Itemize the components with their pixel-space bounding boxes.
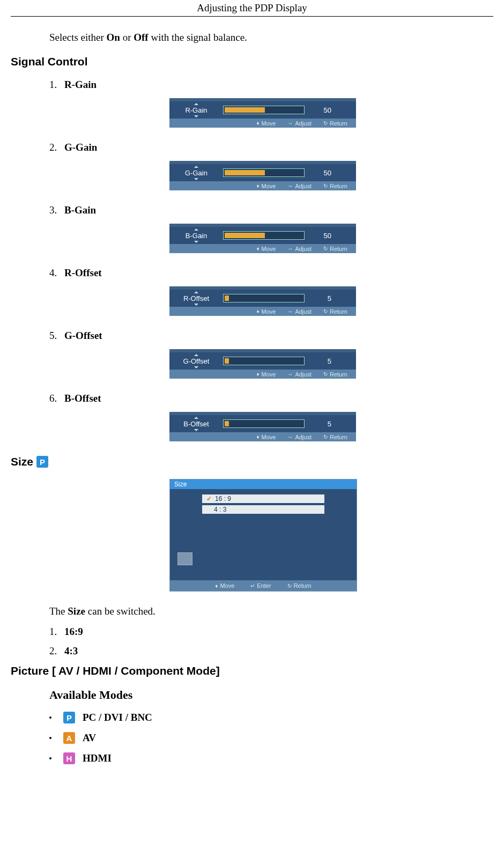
osd-footer-adjust: ↔Adjust [287, 308, 312, 315]
size-heading-text: Size [11, 455, 33, 468]
list-number: 1. [49, 626, 64, 638]
size-list-label: 4:3 [64, 645, 78, 656]
size-list-item: 1.16:9 [49, 626, 493, 638]
list-number: 2. [49, 645, 64, 657]
mode-icon: A [63, 732, 75, 744]
size-list-label: 16:9 [64, 626, 83, 637]
signal-item: 3.B-Gain [49, 204, 493, 216]
osd-slider[interactable] [223, 231, 305, 240]
signal-item-label: B-Offset [64, 393, 101, 404]
page-header: Adjusting the PDP Display [11, 0, 493, 17]
signal-item: 5.G-Offset [49, 330, 493, 342]
p-mode-icon: P [36, 456, 48, 468]
intro-sentence: Selects either On or Off with the signal… [49, 32, 493, 43]
signal-item-label: G-Gain [64, 142, 97, 153]
osd-footer-move: ♦Move [256, 246, 276, 252]
osd-slider[interactable] [223, 168, 305, 177]
intro-off: Off [134, 32, 148, 43]
mode-label: HDMI [83, 752, 112, 764]
signal-item: 1.R-Gain [49, 79, 493, 91]
intro-mid: or [120, 32, 134, 43]
size-footer-return: ↻Return [287, 582, 312, 589]
list-number: 1. [49, 79, 64, 91]
osd-label: G-Gain [169, 169, 223, 177]
osd-label: B-Offset [169, 420, 223, 428]
size-option[interactable]: 16 : 9 [202, 494, 324, 503]
osd-footer-return: ↻Return [323, 246, 347, 252]
osd-value: 5 [305, 420, 339, 428]
osd-value: 5 [305, 357, 339, 365]
osd-footer-return: ↻Return [323, 308, 347, 315]
osd-footer-move: ♦Move [256, 120, 276, 127]
mode-label: PC / DVI / BNC [83, 712, 152, 723]
osd-label: B-Gain [169, 232, 223, 240]
size-sentence: The Size can be switched. [49, 605, 493, 617]
size-footer: ♦Move ↵Enter ↻Return [170, 580, 357, 591]
bullet-icon [49, 757, 51, 759]
osd-footer-adjust: ↔Adjust [287, 371, 312, 378]
signal-item-label: G-Offset [64, 330, 102, 341]
osd-footer-move: ♦Move [256, 371, 276, 378]
osd-slider-panel: G-Offset 5 ♦Move ↔Adjust ↻Return [169, 349, 493, 379]
osd-footer-return: ↻Return [323, 183, 347, 189]
osd-label: R-Offset [169, 294, 223, 302]
signal-item-label: R-Gain [64, 79, 97, 90]
osd-slider-panel: B-Gain 50 ♦Move ↔Adjust ↻Return [169, 224, 493, 253]
list-number: 6. [49, 393, 64, 404]
osd-slider-panel: B-Offset 5 ♦Move ↔Adjust ↻Return [169, 412, 493, 441]
osd-slider[interactable] [223, 106, 305, 114]
osd-footer-adjust: ↔Adjust [287, 434, 312, 440]
osd-value: 50 [305, 232, 339, 240]
osd-slider-panel: R-Offset 5 ♦Move ↔Adjust ↻Return [169, 286, 493, 316]
size-heading: Size P [11, 455, 493, 468]
bullet-icon [49, 737, 51, 739]
mode-item: P PC / DVI / BNC [49, 712, 493, 723]
size-panel-title: Size [170, 479, 357, 489]
size-sentence-post: can be switched. [85, 605, 155, 617]
picture-heading: Picture [ AV / HDMI / Component Mode] [11, 664, 493, 677]
available-modes-heading: Available Modes [49, 688, 493, 702]
size-options-body: 16 : 94 : 3 [170, 489, 357, 580]
list-number: 2. [49, 142, 64, 153]
osd-value: 50 [305, 169, 339, 177]
osd-footer-return: ↻Return [323, 120, 347, 127]
page-title: Adjusting the PDP Display [197, 2, 307, 13]
osd-footer-adjust: ↔Adjust [287, 183, 312, 189]
mode-label: AV [83, 732, 96, 744]
osd-label: G-Offset [169, 357, 223, 365]
list-number: 3. [49, 204, 64, 216]
osd-footer-return: ↻Return [323, 434, 347, 440]
size-osd-panel: Size 16 : 94 : 3 ♦Move ↵Enter ↻Return [169, 479, 357, 592]
mode-icon: P [63, 712, 75, 723]
osd-value: 50 [305, 106, 339, 114]
signal-item-label: B-Gain [64, 204, 96, 216]
osd-footer-adjust: ↔Adjust [287, 246, 312, 252]
list-number: 4. [49, 267, 64, 279]
osd-slider[interactable] [223, 357, 305, 365]
size-footer-enter: ↵Enter [250, 582, 271, 589]
osd-slider[interactable] [223, 294, 305, 302]
size-option[interactable]: 4 : 3 [202, 505, 324, 514]
size-side-icon [177, 552, 192, 565]
intro-suffix: with the signal balance. [149, 32, 247, 43]
intro-prefix: Selects either [49, 32, 107, 43]
osd-footer-move: ♦Move [256, 183, 276, 189]
size-sentence-pre: The [49, 605, 68, 617]
mode-item: H HDMI [49, 752, 493, 764]
osd-footer-adjust: ↔Adjust [287, 120, 312, 127]
intro-on: On [107, 32, 120, 43]
osd-value: 5 [305, 294, 339, 302]
osd-label: R-Gain [169, 106, 223, 114]
signal-item: 4.R-Offset [49, 267, 493, 279]
size-sentence-bold: Size [68, 605, 85, 617]
signal-item: 6.B-Offset [49, 393, 493, 404]
mode-icon: H [63, 752, 75, 764]
osd-footer-move: ♦Move [256, 308, 276, 315]
signal-control-heading: Signal Control [11, 55, 493, 68]
bullet-icon [49, 717, 51, 719]
size-list-item: 2.4:3 [49, 645, 493, 657]
osd-footer-return: ↻Return [323, 371, 347, 378]
mode-item: A AV [49, 732, 493, 744]
size-footer-move: ♦Move [215, 582, 234, 589]
osd-slider[interactable] [223, 419, 305, 428]
